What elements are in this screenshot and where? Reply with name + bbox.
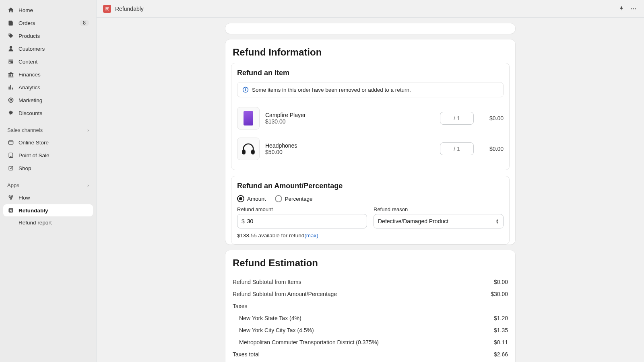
estimation-row: Refund Subtotal from Amount/Percentage $…: [233, 288, 508, 300]
pin-icon[interactable]: [617, 5, 625, 13]
currency-prefix: $: [242, 218, 245, 224]
amount-input[interactable]: [247, 218, 363, 224]
svg-point-13: [635, 8, 636, 9]
sidebar-item-finances[interactable]: Finances: [3, 68, 93, 80]
marketing-icon: [7, 97, 14, 104]
sidebar-item-pos[interactable]: Point of Sale: [3, 149, 93, 161]
item-info: Headphones $50.00: [265, 142, 434, 155]
radio-label: Percentage: [285, 196, 313, 202]
content-scroll[interactable]: Refund Information Refund an Item Some i…: [97, 18, 644, 362]
content: Refund Information Refund an Item Some i…: [217, 23, 523, 362]
refund-info-title: Refund Information: [225, 39, 515, 63]
refund-type-radio-group: Amount Percentage: [237, 195, 504, 202]
pos-icon: [7, 152, 14, 159]
sidebar-item-label: Analytics: [19, 84, 89, 90]
max-link[interactable]: (max): [304, 232, 318, 239]
estimation-list: Refund Subtotal from Items $0.00 Refund …: [225, 274, 515, 362]
chevron-right-icon: ›: [87, 128, 89, 133]
app-icon: R: [103, 5, 111, 13]
more-icon[interactable]: [630, 5, 638, 13]
line-item: Campfire Player $130.00 $0.00: [237, 103, 504, 134]
refundably-icon: R: [7, 207, 14, 214]
estimation-label: Taxes total: [233, 351, 260, 358]
sidebar-item-flow[interactable]: Flow: [3, 191, 93, 204]
sidebar-item-shop[interactable]: Shop: [3, 162, 93, 174]
home-icon: [7, 6, 14, 14]
item-name: Headphones: [265, 142, 434, 149]
sidebar-section-apps[interactable]: Apps ›: [3, 180, 93, 191]
sidebar-item-online-store[interactable]: Online Store: [3, 136, 93, 148]
sidebar-item-orders[interactable]: Orders 8: [3, 17, 93, 29]
estimation-value: $30.00: [491, 291, 508, 297]
svg-point-8: [10, 198, 11, 200]
estimation-label: New York City City Tax (4.5%): [239, 327, 314, 333]
sidebar-item-marketing[interactable]: Marketing: [3, 94, 93, 106]
topbar: R Refundably: [97, 0, 644, 18]
estimation-value: $1.20: [494, 315, 508, 321]
discounts-icon: [7, 109, 14, 117]
sidebar-section-sales-channels[interactable]: Sales channels ›: [3, 125, 93, 136]
item-info: Campfire Player $130.00: [265, 112, 434, 125]
estimation-value: $0.00: [494, 279, 508, 285]
estimation-label: Refund Subtotal from Amount/Percentage: [233, 291, 337, 297]
sidebar-item-discounts[interactable]: Discounts: [3, 107, 93, 119]
sidebar-item-label: Online Store: [19, 140, 89, 146]
estimation-label: Metropolitan Commuter Transportation Dis…: [239, 339, 379, 346]
sidebar-item-home[interactable]: Home: [3, 4, 93, 16]
radio-icon: [237, 195, 244, 202]
flow-icon: [7, 194, 14, 201]
radio-label: Amount: [247, 196, 266, 202]
info-banner: Some items in this order have been remov…: [237, 82, 504, 97]
sidebar-item-refundably[interactable]: R Refundably: [3, 204, 93, 216]
estimation-label: Taxes: [233, 303, 248, 309]
sidebar-subitem-refund-report[interactable]: Refund report: [3, 217, 93, 228]
sidebar-item-label: Refund report: [19, 220, 89, 226]
item-qty-input[interactable]: [440, 142, 474, 155]
radio-amount[interactable]: Amount: [237, 195, 266, 202]
sidebar-item-analytics[interactable]: Analytics: [3, 81, 93, 93]
item-qty-input[interactable]: [440, 112, 474, 125]
refund-item-title: Refund an Item: [237, 69, 504, 77]
estimation-row: Taxes total $2.66: [233, 348, 508, 360]
analytics-icon: [7, 84, 14, 91]
sidebar-item-content[interactable]: Content: [3, 56, 93, 68]
amount-input-wrap: $: [237, 214, 367, 228]
item-name: Campfire Player: [265, 112, 434, 118]
sidebar-item-label: Finances: [19, 72, 89, 78]
svg-point-7: [12, 195, 13, 197]
refund-reason-field: Refund reason Defective/Damaged Product …: [374, 206, 504, 239]
sidebar-item-label: Shop: [19, 165, 89, 171]
section-label: Apps: [7, 182, 19, 188]
estimation-value: $1.35: [494, 327, 508, 333]
sidebar-item-customers[interactable]: Customers: [3, 43, 93, 55]
sidebar-item-label: Products: [19, 33, 89, 39]
svg-rect-5: [9, 166, 13, 170]
estimation-row: New York City City Tax (4.5%) $1.35: [233, 324, 508, 336]
available-text: $138.55 available for refund: [237, 232, 304, 239]
section-label: Sales channels: [7, 127, 43, 133]
item-price: $50.00: [265, 149, 434, 155]
sidebar-item-label: Customers: [19, 46, 89, 52]
reason-select[interactable]: Defective/Damaged Product ▲▼: [374, 214, 504, 228]
main-area: R Refundably Refund Information Refund a…: [97, 0, 644, 362]
sidebar: Home Orders 8 Products Customers Content…: [0, 0, 97, 362]
app-title: Refundably: [115, 6, 144, 12]
content-icon: [7, 58, 14, 65]
product-image-placeholder: [240, 140, 257, 157]
info-banner-text: Some items in this order have been remov…: [252, 87, 411, 93]
refund-amount-section: Refund an Amount/Percentage Amount Perce…: [231, 176, 510, 245]
estimation-value: $2.66: [494, 351, 508, 358]
svg-point-6: [9, 195, 10, 197]
info-icon: [242, 86, 249, 93]
estimation-row: Refund total $32.66: [233, 360, 508, 362]
svg-rect-2: [8, 141, 13, 144]
svg-point-1: [10, 99, 12, 101]
sidebar-item-products[interactable]: Products: [3, 30, 93, 42]
reason-label: Refund reason: [374, 206, 504, 212]
finances-icon: [7, 71, 14, 78]
reason-value: Defective/Damaged Product: [378, 218, 448, 224]
item-thumb: [237, 107, 260, 130]
sidebar-item-label: Home: [19, 7, 89, 13]
radio-percentage[interactable]: Percentage: [275, 195, 313, 202]
refund-estimation-card: Refund Estimation Refund Subtotal from I…: [225, 250, 515, 362]
